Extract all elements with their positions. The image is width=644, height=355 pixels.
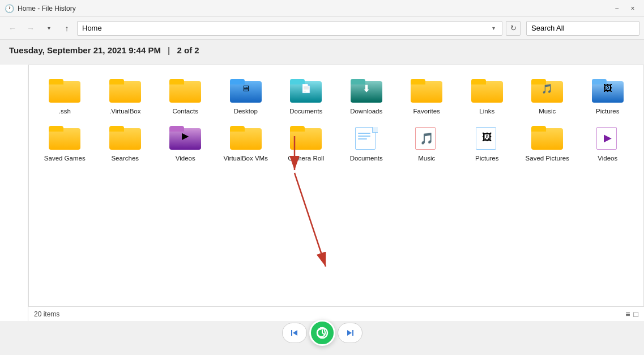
title-bar-title: Home - File History xyxy=(18,5,76,12)
list-item[interactable]: .ssh xyxy=(36,74,94,119)
file-label: Desktop xyxy=(234,107,258,116)
list-item[interactable]: Saved Games xyxy=(36,121,94,166)
list-item[interactable]: Documents xyxy=(338,121,396,166)
file-label: Links xyxy=(479,107,494,116)
file-label: Searches xyxy=(111,154,139,163)
forward-button[interactable]: → xyxy=(23,20,39,36)
title-bar-icon: 🕐 xyxy=(5,4,14,13)
status-bar: 20 items ≡ □ xyxy=(28,306,644,321)
file-label: Music xyxy=(539,107,556,116)
list-item[interactable]: ⬇ Downloads xyxy=(338,74,396,119)
file-label: .ssh xyxy=(59,107,71,116)
file-area: .ssh .VirtualBox Contacts 🖥 xyxy=(28,65,644,321)
prev-button[interactable] xyxy=(283,323,306,343)
list-item[interactable]: 🖥 Desktop xyxy=(217,74,275,119)
list-item[interactable]: Links xyxy=(458,74,517,119)
file-grid: .ssh .VirtualBox Contacts 🖥 xyxy=(29,65,643,175)
file-label: Downloads xyxy=(350,107,382,116)
app-window: 🕐 Home - File History − × ← → ▾ ↑ ▾ ↻ Tu… xyxy=(0,0,644,355)
list-item[interactable]: .VirtualBox xyxy=(96,74,155,119)
file-label: Saved Pictures xyxy=(526,154,569,163)
list-item[interactable]: VirtualBox VMs xyxy=(217,121,275,166)
address-input[interactable] xyxy=(82,24,490,32)
list-item[interactable]: Camera Roll xyxy=(277,121,335,166)
folder-icon xyxy=(290,125,322,152)
list-item[interactable]: 🖼 Pictures xyxy=(458,121,517,166)
nav-pill-right xyxy=(338,323,362,343)
view-controls: ≡ □ xyxy=(625,310,638,319)
title-bar: 🕐 Home - File History − × xyxy=(0,0,644,17)
date-header: Tuesday, September 21, 2021 9:44 PM | 2 … xyxy=(0,40,644,58)
address-dropdown-button[interactable]: ▾ xyxy=(490,25,497,31)
list-item[interactable]: 🎵 Music xyxy=(398,121,456,166)
list-view-button[interactable]: ≡ xyxy=(625,310,630,319)
file-label: Videos xyxy=(176,154,195,163)
search-input[interactable] xyxy=(526,21,639,36)
folder-icon xyxy=(230,125,262,152)
file-label: Pictures xyxy=(596,107,620,116)
folder-icon xyxy=(169,78,201,105)
file-label: Favorites xyxy=(413,107,440,116)
folder-icon xyxy=(109,78,141,105)
content-area: Tuesday, September 21, 2021 9:44 PM | 2 … xyxy=(0,40,644,355)
date-text: Tuesday, September 21, 2021 9:44 PM xyxy=(9,45,161,55)
file-label: Documents xyxy=(350,154,383,163)
nav-pill-left xyxy=(282,323,307,343)
item-count: 20 items xyxy=(34,310,59,318)
refresh-button[interactable]: ↻ xyxy=(506,21,521,36)
svg-marker-3 xyxy=(293,330,297,336)
file-label: Documents xyxy=(289,107,322,116)
list-item[interactable]: ▶ Videos xyxy=(579,121,637,166)
folder-icon xyxy=(531,125,563,152)
up-button[interactable]: ↑ xyxy=(59,20,75,36)
folder-icon xyxy=(109,125,141,152)
list-item[interactable]: 🎵 Music xyxy=(518,74,577,119)
title-bar-controls: − × xyxy=(610,2,639,15)
list-item[interactable]: Contacts xyxy=(156,74,215,119)
file-label: Music xyxy=(418,154,435,163)
folder-icon xyxy=(411,78,442,105)
sidebar xyxy=(0,65,28,321)
folder-icon xyxy=(49,125,80,152)
folder-icon xyxy=(49,78,80,105)
file-label: VirtualBox VMs xyxy=(224,154,268,163)
file-label: Videos xyxy=(598,154,617,163)
file-label: Pictures xyxy=(475,154,499,163)
list-item[interactable]: Favorites xyxy=(398,74,456,119)
svg-marker-7 xyxy=(347,330,352,336)
page-info: 2 of 2 xyxy=(177,45,199,55)
file-label: Saved Games xyxy=(44,154,86,163)
restore-button[interactable] xyxy=(309,320,335,346)
next-button[interactable] xyxy=(338,323,362,343)
folder-icon xyxy=(471,78,503,105)
tile-view-button[interactable]: □ xyxy=(634,310,638,319)
separator: | xyxy=(168,45,170,55)
bottom-nav xyxy=(282,320,362,346)
file-label: Camera Roll xyxy=(288,154,324,163)
address-bar[interactable]: ▾ xyxy=(77,21,502,36)
list-item[interactable]: ▶ Videos xyxy=(156,121,215,166)
recent-button[interactable]: ▾ xyxy=(41,20,57,36)
nav-bar: ← → ▾ ↑ ▾ ↻ xyxy=(0,17,644,40)
back-button[interactable]: ← xyxy=(5,20,20,36)
list-item[interactable]: Saved Pictures xyxy=(518,121,577,166)
file-label: .VirtualBox xyxy=(109,107,140,116)
minimize-button[interactable]: − xyxy=(610,2,624,15)
close-button[interactable]: × xyxy=(626,2,639,15)
list-item[interactable]: 📄 Documents xyxy=(277,74,335,119)
list-item[interactable]: 🖼 Pictures xyxy=(579,74,637,119)
list-item[interactable]: Searches xyxy=(96,121,155,166)
file-label: Contacts xyxy=(173,107,198,116)
